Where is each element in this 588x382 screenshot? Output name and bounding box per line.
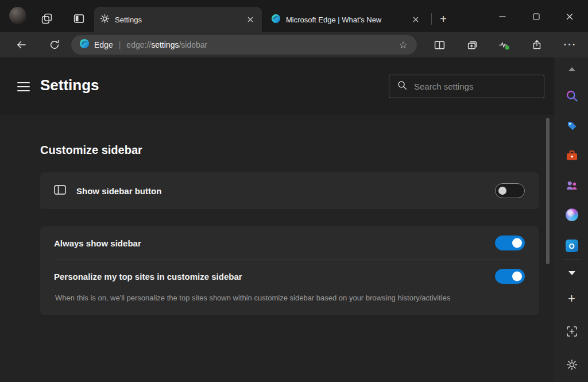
collections-icon[interactable] bbox=[463, 36, 481, 54]
sidebar-outlook-icon[interactable]: O bbox=[561, 236, 583, 256]
workspaces-icon[interactable] bbox=[38, 10, 55, 27]
sidebar-settings-gear-icon[interactable] bbox=[561, 354, 583, 375]
outlook-letter: O bbox=[568, 242, 574, 250]
settings-page: Settings Customize sidebar Sh bbox=[0, 57, 555, 382]
url-path: /sidebar bbox=[179, 40, 207, 49]
settings-content: Customize sidebar Show sidebar button bbox=[0, 115, 555, 382]
maximize-button[interactable] bbox=[523, 6, 550, 28]
setting-card-show-sidebar: Show sidebar button bbox=[40, 172, 539, 209]
site-brand: Edge bbox=[94, 40, 113, 49]
section-heading-customize: Customize sidebar bbox=[40, 144, 142, 157]
gear-icon bbox=[100, 14, 110, 26]
browser-window: Settings Microsoft Edge | What's New + bbox=[0, 0, 588, 382]
search-icon bbox=[397, 80, 407, 92]
url-separator: | bbox=[119, 40, 121, 49]
toggle-knob bbox=[512, 238, 522, 248]
setting-row: Show sidebar button bbox=[40, 172, 539, 209]
sidebar-expand-chevron-icon[interactable] bbox=[561, 263, 583, 283]
tab-actions-icon[interactable] bbox=[70, 10, 87, 27]
page-title: Settings bbox=[40, 76, 99, 94]
close-window-button[interactable] bbox=[556, 6, 583, 28]
sidebar-scroll-up-icon[interactable] bbox=[561, 59, 583, 79]
sidebar-copilot-icon[interactable] bbox=[561, 204, 583, 225]
sidebar-search-icon[interactable] bbox=[561, 86, 583, 106]
sidebar-capture-icon[interactable] bbox=[561, 321, 583, 342]
tab-label: Settings bbox=[115, 16, 239, 24]
close-tab-icon[interactable] bbox=[410, 14, 421, 25]
close-tab-icon[interactable] bbox=[245, 14, 256, 25]
sidebar-add-icon[interactable]: + bbox=[561, 288, 583, 309]
url-scheme: edge:// bbox=[126, 40, 151, 49]
edge-badge-icon bbox=[79, 38, 90, 51]
sidebar-tools-icon[interactable] bbox=[561, 145, 583, 166]
titlebar: Settings Microsoft Edge | What's New + bbox=[0, 0, 588, 32]
sidebar-divider bbox=[563, 260, 581, 260]
toggle-always-show-sidebar[interactable] bbox=[495, 236, 525, 250]
more-menu-icon[interactable]: ··· bbox=[561, 36, 579, 54]
setting-label: Show sidebar button bbox=[76, 186, 161, 196]
search-input[interactable] bbox=[414, 82, 538, 91]
back-icon[interactable] bbox=[12, 36, 30, 54]
settings-search-box bbox=[389, 75, 544, 98]
favorite-star-icon[interactable]: ☆ bbox=[396, 38, 410, 52]
profile-avatar[interactable] bbox=[9, 7, 26, 24]
tab-divider bbox=[431, 13, 432, 25]
toggle-knob bbox=[498, 187, 506, 195]
browser-essentials-icon[interactable] bbox=[495, 36, 513, 54]
minimize-button[interactable] bbox=[489, 6, 516, 28]
share-icon[interactable] bbox=[528, 36, 546, 54]
url-highlight: settings bbox=[151, 40, 179, 49]
tab-label: Microsoft Edge | What's New bbox=[286, 16, 405, 24]
setting-card-sidebar-group: Always show sidebar Personalize my top s… bbox=[40, 226, 539, 315]
sidebar-icon bbox=[54, 184, 66, 198]
plus-glyph: + bbox=[568, 291, 575, 306]
tab-settings[interactable]: Settings bbox=[94, 7, 262, 32]
setting-row: Always show sidebar bbox=[40, 226, 539, 260]
split-screen-icon[interactable] bbox=[430, 36, 448, 54]
refresh-icon[interactable] bbox=[45, 36, 64, 54]
edge-logo-icon bbox=[271, 14, 281, 26]
new-tab-button[interactable]: + bbox=[435, 10, 452, 28]
setting-label: Personalize my top sites in customize si… bbox=[54, 272, 242, 281]
setting-label: Always show sidebar bbox=[54, 238, 141, 248]
setting-row: Personalize my top sites in customize si… bbox=[40, 260, 539, 292]
toggle-knob bbox=[512, 272, 522, 281]
setting-description: When this is on, we'll personalize the t… bbox=[55, 294, 521, 302]
scrollbar-thumb[interactable] bbox=[546, 118, 550, 264]
address-bar[interactable]: Edge | edge:// settings /sidebar ☆ bbox=[71, 35, 417, 55]
edge-sidebar: O + bbox=[555, 57, 588, 382]
toggle-show-sidebar-button[interactable] bbox=[495, 183, 525, 198]
sidebar-people-icon[interactable] bbox=[561, 175, 583, 195]
ellipsis-glyph: ··· bbox=[564, 39, 577, 51]
toggle-personalize-top-sites[interactable] bbox=[495, 269, 525, 284]
menu-hamburger-icon[interactable] bbox=[17, 82, 31, 91]
sidebar-shopping-icon[interactable] bbox=[561, 115, 583, 136]
navbar: Edge | edge:// settings /sidebar ☆ bbox=[0, 32, 588, 57]
tab-whats-new[interactable]: Microsoft Edge | What's New bbox=[265, 9, 427, 30]
